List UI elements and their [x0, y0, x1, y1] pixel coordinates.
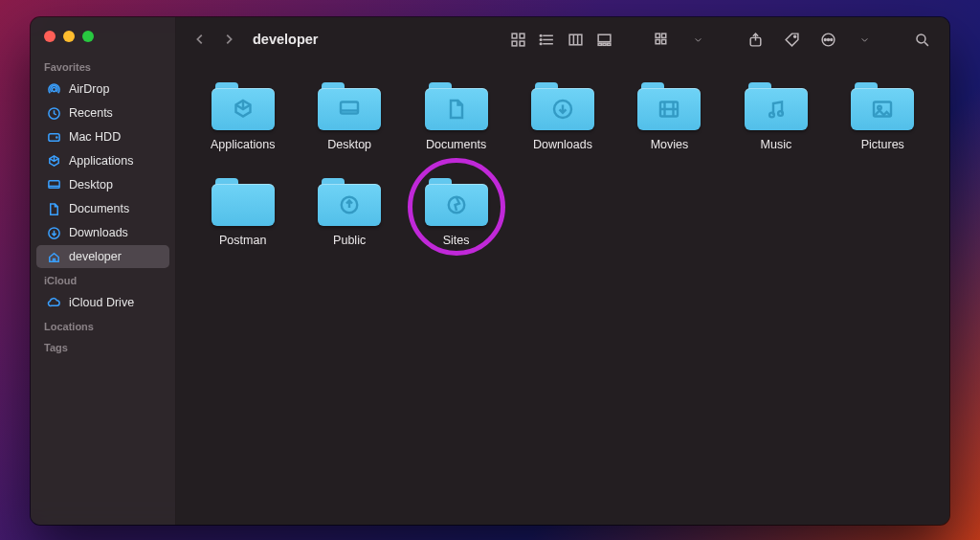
doc-icon: [46, 201, 61, 216]
group-by-button[interactable]: [647, 28, 676, 51]
sidebar-item-label: Desktop: [69, 178, 113, 191]
sidebar-item-recents[interactable]: Recents: [36, 101, 169, 124]
folder-icon: [212, 178, 275, 226]
folder-pictures[interactable]: Pictures: [834, 82, 932, 151]
nav-back-button[interactable]: [189, 29, 211, 50]
main-pane: developer ApplicationsDesktopDocumentsDo…: [176, 17, 949, 525]
desktop-icon: [46, 177, 61, 192]
download-icon: [46, 225, 61, 240]
folder-label: Postman: [219, 234, 266, 247]
sidebar-item-downloads[interactable]: Downloads: [36, 221, 169, 244]
sidebar-item-desktop[interactable]: Desktop: [36, 173, 169, 196]
folder-icon: [212, 82, 275, 130]
sidebar-item-airdrop[interactable]: AirDrop: [36, 78, 169, 101]
folder-label: Desktop: [327, 138, 371, 151]
folder-label: Pictures: [861, 138, 904, 151]
sidebar-item-label: Mac HDD: [69, 130, 121, 144]
folder-label: Music: [761, 138, 792, 151]
sidebar-section-tags: Tags: [31, 336, 175, 357]
sidebar-item-applications[interactable]: Applications: [36, 149, 169, 172]
folder-applications[interactable]: Applications: [193, 82, 292, 151]
folder-downloads[interactable]: Downloads: [513, 82, 612, 151]
sidebar-item-documents[interactable]: Documents: [36, 197, 169, 220]
sidebar-item-label: AirDrop: [69, 82, 109, 96]
search-button[interactable]: [907, 28, 936, 51]
cloud-icon: [46, 295, 61, 310]
nav-forward-button[interactable]: [218, 29, 239, 50]
folder-label: Movies: [651, 138, 689, 151]
sidebar-item-label: Recents: [69, 106, 113, 120]
sidebar-item-label: developer: [69, 250, 122, 263]
folder-desktop[interactable]: Desktop: [300, 82, 398, 151]
sidebar-item-developer[interactable]: developer: [36, 245, 169, 268]
sidebar-item-label: iCloud Drive: [69, 296, 134, 309]
sidebar-section-favorites: Favorites: [31, 56, 175, 77]
folder-label: Public: [333, 234, 366, 247]
apps-icon: [46, 153, 61, 169]
sidebar-section-icloud: iCloud: [31, 269, 175, 290]
close-window-button[interactable]: [44, 31, 56, 42]
window-controls: [31, 27, 175, 56]
sidebar: Favorites AirDropRecentsMac HDDApplicati…: [31, 17, 176, 525]
folder-icon: [745, 82, 808, 130]
folder-postman[interactable]: Postman: [193, 178, 292, 247]
airdrop-icon: [46, 81, 61, 97]
folder-movies[interactable]: Movies: [620, 82, 719, 151]
folder-label: Downloads: [533, 138, 592, 151]
folder-music[interactable]: Music: [726, 82, 825, 151]
folder-icon: [531, 82, 594, 130]
folder-icon: [318, 82, 381, 130]
location-title: developer: [253, 32, 319, 47]
action-menu-button[interactable]: [813, 28, 842, 51]
sidebar-item-label: Applications: [69, 154, 133, 168]
folder-icon: [425, 82, 488, 130]
folder-icon: [637, 82, 701, 130]
share-button[interactable]: [741, 28, 769, 51]
view-list-button[interactable]: [532, 28, 561, 51]
toolbar: developer: [176, 17, 949, 61]
group-by-chevron-icon[interactable]: [683, 28, 712, 51]
folder-documents[interactable]: Documents: [407, 82, 505, 151]
hdd-icon: [46, 129, 61, 145]
folder-icon: [318, 178, 381, 226]
sidebar-item-icloud-drive[interactable]: iCloud Drive: [36, 291, 169, 314]
fullscreen-window-button[interactable]: [82, 31, 94, 42]
tags-button[interactable]: [777, 28, 806, 51]
view-icon-button[interactable]: [503, 28, 532, 51]
view-gallery-button[interactable]: [590, 28, 618, 51]
action-menu-chevron-icon[interactable]: [850, 28, 879, 51]
folder-label: Sites: [443, 234, 470, 247]
folder-sites[interactable]: Sites: [407, 178, 505, 247]
folder-icon: [425, 178, 488, 226]
view-switch-group: [503, 28, 618, 51]
folder-icon: [851, 82, 914, 130]
sidebar-section-locations: Locations: [31, 315, 175, 336]
folder-public[interactable]: Public: [300, 178, 398, 247]
clock-icon: [46, 105, 61, 121]
sidebar-item-label: Documents: [69, 202, 129, 215]
folder-label: Documents: [426, 138, 486, 151]
home-icon: [46, 249, 61, 264]
view-column-button[interactable]: [561, 28, 590, 51]
folder-grid: ApplicationsDesktopDocumentsDownloadsMov…: [176, 61, 949, 525]
minimize-window-button[interactable]: [63, 31, 75, 42]
finder-window: Favorites AirDropRecentsMac HDDApplicati…: [31, 17, 949, 525]
sidebar-item-mac-hdd[interactable]: Mac HDD: [36, 125, 169, 148]
folder-label: Applications: [211, 138, 275, 151]
sidebar-item-label: Downloads: [69, 226, 128, 239]
